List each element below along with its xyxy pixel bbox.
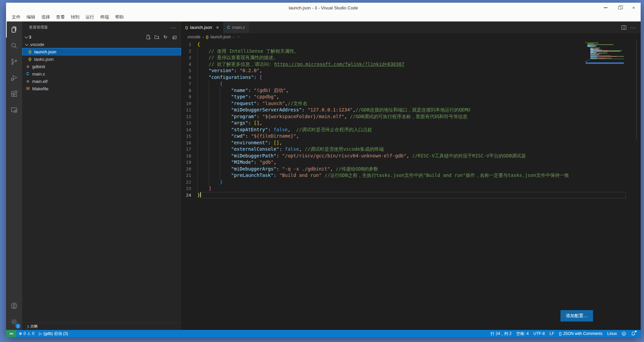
menu-item-help[interactable]: 帮助 — [112, 13, 127, 21]
line-number[interactable]: 18 — [181, 153, 197, 159]
line-number[interactable]: 14 — [181, 127, 197, 133]
tab-main-c[interactable]: C main.c — [223, 21, 249, 33]
breadcrumb-folder[interactable]: .vscode — [186, 35, 200, 39]
explorer-more-icon[interactable]: ··· — [170, 25, 176, 30]
tab-launch-json[interactable]: {} launch.json × — [181, 21, 223, 33]
os-indicator[interactable]: Linux — [605, 330, 619, 337]
workspace-section[interactable]: 3 ↻ — [22, 33, 181, 41]
tree-item-makefile[interactable]: MMakefile — [22, 85, 181, 92]
code-line-23[interactable]: 23] — [181, 185, 641, 192]
line-number[interactable]: 3 — [181, 54, 197, 61]
breadcrumb-symbols[interactable]: ⋯ — [236, 35, 240, 39]
tree-item-gdbinit[interactable]: ≡gdbinit — [22, 63, 181, 70]
code-line-2[interactable]: 2// 使用 IntelliSense 了解相关属性。 — [181, 48, 641, 55]
line-number[interactable]: 5 — [181, 67, 197, 74]
menu-item-edit[interactable]: 编辑 — [23, 13, 38, 21]
line-number[interactable]: 7 — [181, 81, 197, 87]
maximize-button[interactable] — [612, 3, 627, 13]
line-number[interactable]: 1 — [181, 41, 197, 48]
close-tab-icon[interactable]: × — [216, 25, 219, 30]
code-line-11[interactable]: 11"miDebuggerServerAddress": "127.0.0.1:… — [181, 107, 641, 113]
more-actions-icon[interactable]: ··· — [630, 25, 636, 30]
code-line-19[interactable]: 19"MIMode": "gdb", — [181, 159, 641, 166]
menu-item-view[interactable]: 查看 — [53, 13, 68, 21]
line-number[interactable]: 15 — [181, 133, 197, 140]
feedback-smiley-icon[interactable] — [619, 330, 629, 337]
code-line-20[interactable]: 20"miDebuggerArgs": "-q -x ./gdbinit", /… — [181, 166, 641, 173]
new-file-icon[interactable] — [145, 34, 151, 40]
minimize-button[interactable] — [598, 3, 612, 13]
settings-gear-icon[interactable]: 1 — [6, 314, 22, 330]
code-line-3[interactable]: 3// 悬停以查看现有属性的描述。 — [181, 54, 641, 61]
run-debug-icon[interactable] — [6, 70, 22, 86]
debug-launch-indicator[interactable]: ▷ (gdb) 启动 (3) — [37, 330, 70, 337]
code-line-10[interactable]: 10"request": "launch",//文件名 — [181, 100, 641, 107]
code-line-8[interactable]: 8"name": "(gdb) 启动", — [181, 87, 641, 94]
line-number[interactable]: 9 — [181, 94, 197, 100]
code-line-24[interactable]: 24} — [181, 192, 641, 199]
code-line-1[interactable]: 1{ — [181, 41, 641, 48]
line-number[interactable]: 24 — [181, 192, 197, 199]
source-control-icon[interactable] — [6, 54, 22, 70]
line-number[interactable]: 20 — [181, 166, 197, 173]
line-number[interactable]: 21 — [181, 172, 197, 179]
code-line-18[interactable]: 18"miDebuggerPath": "/opt/riscv/gcc/bin/… — [181, 153, 641, 159]
line-number[interactable]: 16 — [181, 140, 197, 146]
explorer-icon[interactable] — [6, 21, 22, 38]
menu-item-terminal[interactable]: 终端 — [97, 13, 112, 21]
tree-item-tasks-json[interactable]: {}tasks.json — [22, 55, 181, 63]
line-number[interactable]: 19 — [181, 159, 197, 166]
code-line-9[interactable]: 9"type": "cppdbg", — [181, 94, 641, 100]
extensions-icon[interactable] — [6, 86, 22, 102]
minimap[interactable] — [586, 42, 624, 64]
notifications-bell-icon[interactable] — [629, 330, 638, 337]
code-line-14[interactable]: 14"stopAtEntry": false, //调试时是否停止在程序的入口点… — [181, 127, 641, 133]
line-number[interactable]: 2 — [181, 48, 197, 55]
code-line-15[interactable]: 15"cwd": "${fileDirname}", — [181, 133, 641, 140]
line-number[interactable]: 23 — [181, 185, 197, 192]
collapse-all-icon[interactable] — [171, 34, 177, 40]
remote-explorer-icon[interactable] — [6, 102, 22, 118]
line-number[interactable]: 22 — [181, 179, 197, 186]
eol-setting[interactable]: LF — [547, 330, 556, 337]
menu-item-selection[interactable]: 选择 — [38, 13, 53, 21]
accounts-icon[interactable] — [6, 298, 22, 314]
indentation-setting[interactable]: 空格: 4 — [514, 330, 531, 337]
code-line-12[interactable]: 12"program": "${workspaceFolder}/main.el… — [181, 113, 641, 120]
remote-indicator[interactable]: >< — [6, 330, 16, 337]
code-line-13[interactable]: 13"args": [], — [181, 120, 641, 127]
close-button[interactable]: × — [627, 3, 641, 13]
add-configuration-button[interactable]: 添加配置… — [560, 310, 593, 322]
language-mode[interactable]: {} JSON with Comments — [556, 330, 605, 337]
tree-item-main-c[interactable]: Cmain.c — [22, 70, 181, 78]
menu-item-go[interactable]: 转到 — [68, 13, 83, 21]
problems-indicator[interactable]: ⊗ 0 ⚠ 0 — [16, 330, 37, 337]
breadcrumb-file[interactable]: launch.json — [211, 35, 231, 39]
code-line-5[interactable]: 5"version": "0.2.0", — [181, 67, 641, 74]
search-icon[interactable] — [6, 38, 22, 54]
cursor-position[interactable]: 行 24，列 2 — [488, 330, 514, 337]
code-editor[interactable]: 1{2// 使用 IntelliSense 了解相关属性。3// 悬停以查看现有… — [181, 41, 641, 330]
tree-item-main-elf[interactable]: ≡main.elf — [22, 78, 181, 85]
tree-item-launch-json[interactable]: {}launch.json — [22, 48, 181, 55]
menu-item-file[interactable]: 文件 — [9, 13, 23, 21]
line-number[interactable]: 17 — [181, 146, 197, 153]
menu-item-run[interactable]: 运行 — [83, 13, 97, 21]
refresh-icon[interactable]: ↻ — [162, 34, 168, 40]
code-line-16[interactable]: 16"environment": [], — [181, 140, 641, 146]
code-line-6[interactable]: 6"configurations": [ — [181, 74, 641, 81]
title-bar[interactable]: launch.json - 3 - Visual Studio Code × — [6, 3, 641, 13]
line-number[interactable]: 13 — [181, 120, 197, 127]
line-number[interactable]: 10 — [181, 100, 197, 107]
code-line-7[interactable]: 7{ — [181, 81, 641, 87]
line-number[interactable]: 12 — [181, 113, 197, 120]
comment-link[interactable]: https://go.microsoft.com/fwlink/?linkid=… — [274, 61, 405, 67]
line-number[interactable]: 8 — [181, 87, 197, 94]
split-editor-icon[interactable] — [622, 26, 626, 30]
code-line-22[interactable]: 22} — [181, 179, 641, 186]
code-line-17[interactable]: 17"externalConsole": false, //调试时是否使用vsc… — [181, 146, 641, 153]
line-number[interactable]: 6 — [181, 74, 197, 81]
encoding-setting[interactable]: UTF-8 — [531, 330, 547, 337]
code-line-21[interactable]: 21"preLaunchTask": "Build and run" //运行G… — [181, 172, 641, 179]
tree-item-vscode-folder[interactable]: .vscode — [22, 41, 181, 48]
